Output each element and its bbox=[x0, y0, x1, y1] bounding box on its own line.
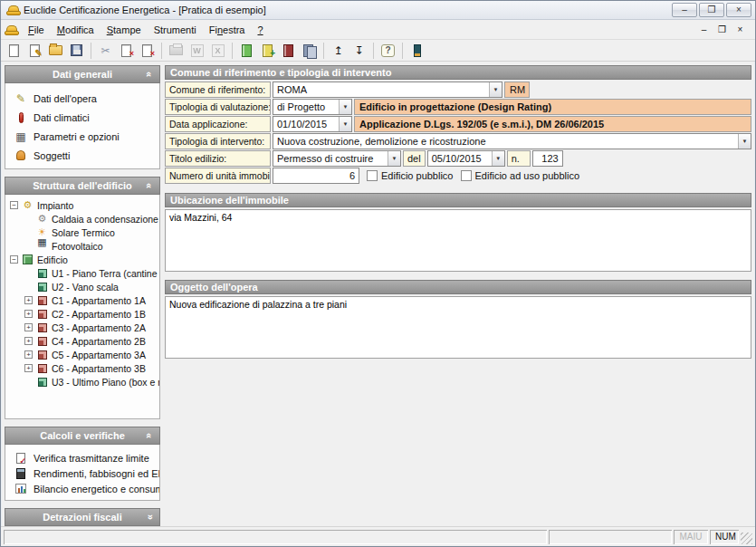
cut-button[interactable]: ✂ bbox=[96, 42, 115, 60]
expand-expander-icon[interactable]: + bbox=[24, 323, 33, 331]
save-button[interactable] bbox=[67, 42, 86, 60]
tree-item-caldaia[interactable]: ⚙Caldaia a condensazione bbox=[5, 212, 159, 226]
mdi-restore-button[interactable]: ❐ bbox=[714, 24, 730, 36]
archive-red-button[interactable] bbox=[279, 42, 298, 60]
expand-expander-icon[interactable]: + bbox=[24, 350, 33, 359]
tree-label: Caldaia a condensazione bbox=[52, 214, 158, 225]
panel-header-struttura[interactable]: Struttura dell'edificio « bbox=[5, 177, 160, 195]
tree-item-c3[interactable]: +C3 - Appartamento 2A bbox=[5, 321, 159, 334]
tree-item-c1[interactable]: +C1 - Appartamento 1A bbox=[5, 293, 159, 307]
menu-file[interactable]: File bbox=[22, 22, 51, 38]
close-button[interactable]: × bbox=[726, 3, 751, 17]
sidebar-item-soggetti[interactable]: Soggetti bbox=[5, 146, 159, 165]
sidebar-item-rendimenti[interactable]: Rendimenti, fabbisogni ed EP bbox=[5, 465, 159, 481]
titolo-data-picker[interactable]: 05/10/2015 ▼ bbox=[427, 150, 505, 167]
expand-expander-icon[interactable]: + bbox=[24, 310, 33, 318]
expand-expander-icon[interactable]: + bbox=[24, 337, 33, 345]
search-document-button[interactable]: × bbox=[138, 42, 157, 60]
chevron-up-icon[interactable]: « bbox=[144, 72, 155, 77]
status-panel-main bbox=[4, 530, 547, 544]
tipologia-intervento-combobox[interactable]: Nuova costruzione, demolizione e ricostr… bbox=[273, 133, 751, 149]
tree-item-u1[interactable]: U1 - Piano Terra (cantine e bbox=[5, 266, 159, 280]
menu-finestra[interactable]: Finestra bbox=[203, 22, 252, 38]
tree-item-c2[interactable]: +C2 - Appartamento 1B bbox=[5, 307, 159, 321]
titolo-edilizio-combobox[interactable]: Permesso di costruire ▼ bbox=[273, 150, 401, 167]
title-bar[interactable]: Euclide Certificazione Energetica - [Pra… bbox=[1, 1, 755, 20]
chevron-down-icon[interactable]: ▼ bbox=[738, 134, 751, 149]
chevron-down-icon[interactable]: ▼ bbox=[339, 100, 351, 114]
section-header-intervento: Comune di riferimento e tipologia di int… bbox=[165, 65, 751, 80]
chevron-up-icon[interactable]: « bbox=[144, 183, 155, 188]
tree-item-impianto[interactable]: −⚙Impianto bbox=[5, 198, 159, 212]
comune-combobox[interactable]: ROMA ▼ bbox=[273, 82, 502, 98]
menu-strumenti[interactable]: Strumenti bbox=[148, 22, 203, 38]
sidebar-item-dati-climatici[interactable]: Dati climatici bbox=[5, 108, 159, 127]
chevron-down-icon[interactable]: ▼ bbox=[489, 82, 502, 97]
archive-copy-button[interactable] bbox=[300, 42, 319, 60]
export-word-button[interactable]: W bbox=[187, 42, 206, 60]
tree-label: C4 - Appartamento 2B bbox=[52, 336, 146, 347]
sidebar-item-parametri[interactable]: ▦ Parametri e opzioni bbox=[5, 127, 159, 146]
menu-stampe[interactable]: Stampe bbox=[100, 22, 148, 38]
archive-green-button[interactable] bbox=[237, 42, 256, 60]
export-excel-button[interactable]: X bbox=[208, 42, 227, 60]
tree-item-solare[interactable]: ☀Solare Termico bbox=[5, 226, 159, 239]
exit-button[interactable] bbox=[407, 42, 426, 60]
titolo-numero-field[interactable]: 123 bbox=[532, 150, 563, 167]
chevron-down-icon[interactable]: ▼ bbox=[492, 151, 504, 166]
expand-expander-icon[interactable]: + bbox=[24, 364, 33, 372]
panel-header-calcoli[interactable]: Calcoli e verifiche « bbox=[5, 427, 160, 445]
tree-item-edificio[interactable]: −Edificio bbox=[5, 253, 159, 266]
ubicazione-textarea[interactable]: via Mazzini, 64 bbox=[165, 209, 751, 272]
apartment-icon bbox=[36, 296, 48, 305]
collapse-expander-icon[interactable]: − bbox=[10, 255, 18, 264]
mdi-close-button[interactable]: × bbox=[732, 24, 748, 36]
panel-header-detrazioni[interactable]: Detrazioni fiscali « bbox=[5, 508, 160, 526]
titolo-edilizio-label: Titolo edilizio: bbox=[165, 150, 271, 167]
tree-item-c4[interactable]: +C4 - Appartamento 2B bbox=[5, 334, 159, 348]
document-hardhat-icon[interactable] bbox=[5, 25, 17, 34]
tree-item-fotovoltaico[interactable]: ▦Fotovoltaico bbox=[5, 239, 159, 253]
collapse-all-button[interactable]: ↥ bbox=[329, 42, 348, 60]
chevron-down-icon[interactable]: ▼ bbox=[339, 117, 351, 131]
unita-field[interactable]: 6 bbox=[273, 168, 359, 184]
numero-label: n. bbox=[507, 150, 531, 167]
del-label: del bbox=[403, 150, 426, 167]
gears-icon: ⚙ bbox=[22, 200, 33, 210]
panel-header-dati-generali[interactable]: Dati generali « bbox=[5, 65, 160, 83]
edificio-uso-pubblico-checkbox[interactable] bbox=[461, 170, 472, 181]
sidebar-item-bilancio[interactable]: Bilancio energetico e consumi bbox=[5, 481, 159, 496]
tree-item-u3[interactable]: U3 - Ultimo Piano (box e ripo bbox=[5, 375, 159, 389]
open-button[interactable] bbox=[46, 42, 65, 60]
sidebar-item-dati-opera[interactable]: ✎ Dati dell'opera bbox=[5, 89, 159, 108]
print-button[interactable] bbox=[167, 42, 186, 60]
row-data-applicazione: Data applicazione: 01/10/2015 ▼ Applicaz… bbox=[165, 116, 751, 132]
expand-all-button[interactable]: ↧ bbox=[349, 42, 368, 60]
delete-document-button[interactable]: × bbox=[117, 42, 136, 60]
valutazione-combobox[interactable]: di Progetto ▼ bbox=[273, 99, 352, 115]
edificio-pubblico-checkbox[interactable] bbox=[367, 170, 378, 181]
resize-grip[interactable] bbox=[741, 533, 752, 544]
data-applicazione-info: Applicazione D.Lgs. 192/05 (e s.m.i.), D… bbox=[354, 116, 751, 132]
expand-expander-icon[interactable]: + bbox=[24, 296, 33, 304]
tree-item-u2[interactable]: U2 - Vano scala bbox=[5, 280, 159, 293]
chevron-up-icon[interactable]: « bbox=[144, 433, 155, 438]
restore-button[interactable]: ❐ bbox=[699, 3, 724, 17]
collapse-expander-icon[interactable]: − bbox=[10, 201, 18, 209]
archive-add-button[interactable]: + bbox=[258, 42, 277, 60]
oggetto-textarea[interactable]: Nuova edificazione di palazzina a tre pi… bbox=[165, 296, 751, 359]
chevron-down-icon[interactable]: « bbox=[144, 514, 155, 520]
main-form: Comune di riferimento e tipologia di int… bbox=[165, 65, 751, 523]
data-applicazione-picker[interactable]: 01/10/2015 ▼ bbox=[273, 116, 352, 132]
edit-practice-button[interactable]: ✎ bbox=[25, 42, 44, 60]
mdi-minimize-button[interactable]: – bbox=[696, 24, 712, 36]
chevron-down-icon[interactable]: ▼ bbox=[388, 151, 400, 166]
minimize-button[interactable]: – bbox=[672, 3, 697, 17]
sidebar-item-verifica-trasmittanze[interactable]: Verifica trasmittanze limite bbox=[5, 450, 159, 465]
help-button[interactable]: ? bbox=[378, 42, 397, 60]
menu-help[interactable]: ? bbox=[251, 22, 269, 38]
menu-modifica[interactable]: Modifica bbox=[51, 22, 100, 38]
tree-item-c5[interactable]: +C5 - Appartamento 3A bbox=[5, 348, 159, 361]
new-document-button[interactable] bbox=[5, 42, 24, 60]
tree-item-c6[interactable]: +C6 - Appartamento 3B bbox=[5, 361, 159, 375]
